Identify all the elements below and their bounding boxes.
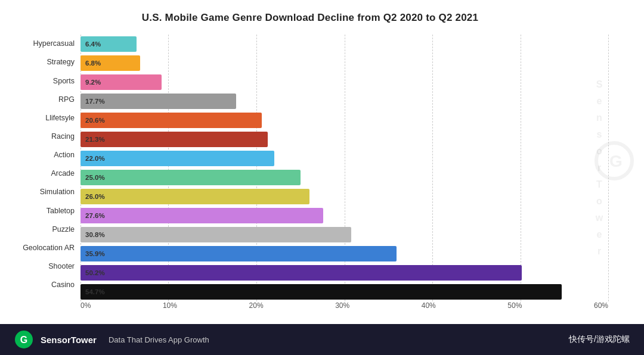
x-tick-2: 20% (249, 301, 264, 310)
bar-row-tabletop: 27.6% (80, 206, 608, 225)
y-label-sports: Sports (12, 77, 80, 85)
bar-row-arcade: 25.0% (80, 168, 608, 187)
y-label-simulation: Simulation (12, 188, 80, 196)
bar-value-label: 25.0% (85, 174, 330, 181)
footer-left: G SensorTower Data That Drives App Growt… (14, 330, 209, 349)
bar-value-label: 54.7% (85, 288, 592, 295)
bar-value-label: 50.2% (85, 269, 552, 276)
bar-racing: 21.3% (80, 132, 268, 147)
bar-strategy: 6.8% (80, 55, 140, 71)
bar-row-action: 22.0% (80, 149, 608, 168)
main-container: U.S. Mobile Game Genre Download Decline … (0, 0, 644, 355)
y-label-action: Action (12, 151, 80, 159)
bar-llifetsyle: 20.6% (80, 113, 262, 128)
bar-sports: 9.2% (80, 74, 162, 90)
y-label-hypercasual: Hypercasual (12, 40, 80, 48)
y-label-puzzle: Puzzle (12, 226, 80, 233)
x-tick-0: 0% (80, 301, 91, 310)
bar-value-label: 20.6% (85, 117, 292, 124)
bar-value-label: 30.8% (85, 231, 381, 238)
bar-casino: 54.7% (80, 284, 562, 300)
bar-value-label: 27.6% (85, 212, 353, 219)
y-label-casino: Casino (12, 281, 80, 289)
bar-value-label: 6.8% (85, 60, 170, 67)
bar-value-label: 6.4% (85, 41, 166, 48)
y-label-strategy: Strategy (12, 58, 80, 66)
bar-row-racing: 21.3% (80, 130, 608, 149)
bar-geolocation-ar: 35.9% (80, 246, 397, 261)
bar-value-label: 9.2% (85, 79, 191, 86)
y-label-geolocation-ar: Geolocation AR (12, 244, 80, 252)
y-labels: HypercasualStrategySportsRPGLlifetsyleRa… (12, 35, 80, 311)
bar-action: 22.0% (80, 151, 274, 166)
bar-value-label: 22.0% (85, 155, 304, 162)
x-tick-3: 30% (335, 301, 349, 310)
chart-title: U.S. Mobile Game Genre Download Decline … (12, 12, 608, 24)
x-axis: 0%10%20%30%40%50%60% (80, 301, 608, 311)
x-tick-1: 10% (163, 301, 177, 310)
y-label-arcade: Arcade (12, 170, 80, 178)
bar-value-label: 17.7% (85, 98, 266, 105)
y-label-tabletop: Tabletop (12, 207, 80, 215)
bar-row-simulation: 26.0% (80, 187, 608, 206)
sensortower-logo-icon: G (14, 330, 33, 349)
chart-body: HypercasualStrategySportsRPGLlifetsyleRa… (12, 35, 608, 311)
x-tick-4: 40% (422, 301, 436, 310)
bars-container: 6.4%6.8%9.2%17.7%20.6%21.3%22.0%25.0%26.… (80, 35, 608, 301)
bar-shooter: 50.2% (80, 265, 522, 281)
svg-text:G: G (609, 152, 623, 170)
y-label-shooter: Shooter (12, 263, 80, 270)
footer-brand: SensorTower (41, 335, 97, 345)
y-label-racing: Racing (12, 133, 80, 141)
bar-row-strategy: 6.8% (80, 54, 608, 73)
bar-row-llifetsyle: 20.6% (80, 111, 608, 130)
bar-row-shooter: 50.2% (80, 263, 608, 282)
footer: G SensorTower Data That Drives App Growt… (0, 324, 644, 355)
footer-right-text: 快传号/游戏陀螺 (569, 334, 630, 345)
grid-line-6 (608, 35, 609, 301)
svg-text:G: G (20, 335, 27, 345)
x-tick-5: 50% (507, 301, 522, 310)
bar-rpg: 17.7% (80, 94, 236, 109)
bar-row-hypercasual: 6.4% (80, 35, 608, 54)
x-tick-6: 60% (594, 301, 608, 310)
y-label-rpg: RPG (12, 96, 80, 104)
bar-row-puzzle: 30.8% (80, 225, 608, 244)
bar-row-geolocation-ar: 35.9% (80, 244, 608, 263)
bar-tabletop: 27.6% (80, 208, 323, 223)
chart-area: U.S. Mobile Game Genre Download Decline … (0, 0, 644, 324)
bar-value-label: 21.3% (85, 136, 298, 143)
bar-hypercasual: 6.4% (80, 36, 137, 52)
bar-arcade: 25.0% (80, 170, 301, 185)
bars-and-xaxis: 6.4%6.8%9.2%17.7%20.6%21.3%22.0%25.0%26.… (80, 35, 608, 311)
bar-simulation: 26.0% (80, 189, 309, 204)
bar-puzzle: 30.8% (80, 227, 351, 242)
bar-value-label: 35.9% (85, 250, 426, 257)
bar-row-rpg: 17.7% (80, 92, 608, 111)
bar-row-sports: 9.2% (80, 73, 608, 92)
bar-row-casino: 54.7% (80, 282, 608, 301)
y-label-llifetsyle: Llifetsyle (12, 114, 80, 122)
bar-value-label: 26.0% (85, 193, 339, 200)
footer-tagline: Data That Drives App Growth (109, 335, 209, 344)
